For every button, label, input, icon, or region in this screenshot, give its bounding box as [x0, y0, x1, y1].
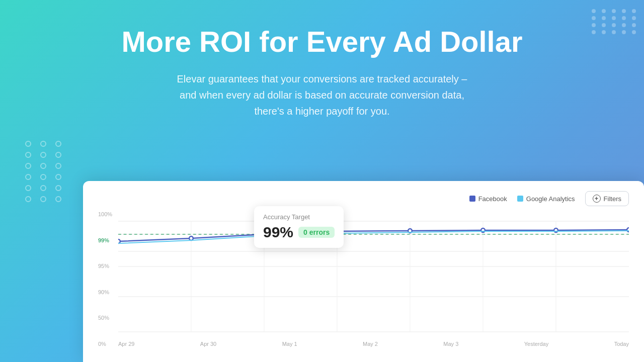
y-label-99: 99%	[98, 237, 112, 243]
ga-label: Google Analytics	[526, 195, 575, 203]
x-label-may1: May 1	[282, 341, 297, 347]
tooltip-label: Accuracy Target	[263, 213, 335, 221]
facebook-legend-icon	[469, 196, 475, 202]
tooltip-value: 99%	[263, 224, 293, 241]
ga-line	[118, 231, 629, 243]
x-label-today: Today	[614, 341, 629, 347]
fb-point-2	[189, 236, 193, 240]
y-axis-labels: 100% 99% 95% 90% 50% 0%	[98, 211, 112, 347]
chart-svg	[118, 216, 629, 337]
x-label-apr30: Apr 30	[200, 341, 216, 347]
hero-section: More ROI for Every Ad Dollar Elevar guar…	[0, 0, 644, 134]
tooltip-badge: 0 errors	[298, 227, 335, 238]
chart-area: 100% 99% 95% 90% 50% 0% Accuracy Target …	[98, 211, 629, 347]
x-label-may3: May 3	[443, 341, 458, 347]
hero-subtitle: Elevar guarantees that your conversions …	[106, 71, 538, 119]
filters-plus-icon: +	[593, 195, 601, 203]
x-label-yesterday: Yesterday	[524, 341, 549, 347]
legend-google-analytics: Google Analytics	[517, 195, 575, 203]
y-label-100: 100%	[98, 211, 112, 217]
facebook-label: Facebook	[478, 195, 507, 203]
fb-point-1	[118, 239, 120, 243]
x-axis-labels: Apr 29 Apr 30 May 1 May 2 May 3 Yesterda…	[98, 341, 629, 347]
filters-label: Filters	[604, 195, 621, 203]
hero-title: More ROI for Every Ad Dollar	[50, 25, 594, 59]
chart-header: Facebook Google Analytics + Filters	[98, 191, 629, 206]
chart-legend: Facebook Google Analytics	[469, 195, 575, 203]
y-label-95: 95%	[98, 263, 112, 269]
x-label-may2: May 2	[363, 341, 378, 347]
y-label-90: 90%	[98, 289, 112, 295]
chart-container: Facebook Google Analytics + Filters 100%…	[83, 181, 644, 362]
decorative-dots-left	[25, 141, 65, 202]
chart-tooltip: Accuracy Target 99% 0 errors	[254, 206, 344, 248]
y-label-50: 50%	[98, 315, 112, 321]
legend-facebook: Facebook	[469, 195, 507, 203]
tooltip-value-row: 99% 0 errors	[263, 224, 335, 241]
filters-button[interactable]: + Filters	[585, 191, 629, 206]
ga-legend-icon	[517, 196, 523, 202]
x-label-apr29: Apr 29	[118, 341, 134, 347]
